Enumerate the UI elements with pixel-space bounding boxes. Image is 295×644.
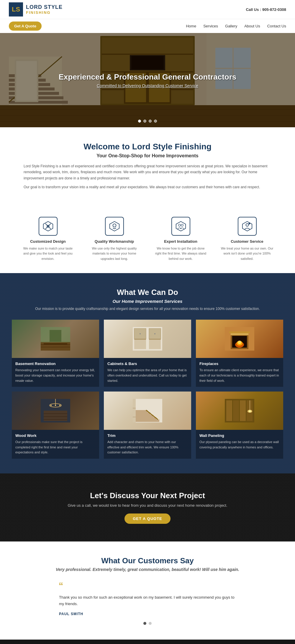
testimonial-author: PAUL SMITH: [59, 612, 236, 616]
service-fireplaces-title: Fireplaces: [199, 361, 280, 366]
svg-rect-50: [44, 343, 67, 344]
welcome-section: Welcome to Lord Style Finishing Your One…: [0, 127, 295, 205]
svg-line-40: [114, 228, 116, 229]
cta-section: Let's Discuss Your Next Project Give us …: [0, 473, 295, 541]
service-woodwork-body: Wood Work Our professionals make sure th…: [12, 430, 99, 459]
logo-initials: LS: [12, 6, 20, 13]
svg-point-46: [248, 223, 250, 224]
svg-rect-82: [136, 417, 156, 420]
service-wall-title: Wall Paneling: [199, 433, 280, 438]
service-cabinets-desc: We can help you optimize the area of you…: [107, 368, 188, 383]
top-bar: LS LORD STYLE FINISHING Call Us : 905-87…: [0, 0, 295, 19]
svg-point-78: [55, 405, 56, 406]
get-quote-button[interactable]: Get A Quote: [9, 22, 42, 31]
service-trim-desc: Add character and charm to your home wit…: [107, 440, 188, 455]
service-cabinets-title: Cabinets & Bars: [107, 361, 188, 366]
svg-rect-68: [231, 333, 248, 335]
service-img-trim: [104, 392, 191, 430]
svg-rect-88: [133, 408, 136, 409]
svg-point-38: [113, 224, 116, 227]
feature-title-2: Quality Workmanship: [87, 239, 142, 244]
feature-desc-4: We treat your home as our own. Our work …: [220, 246, 274, 262]
nav-contact[interactable]: Contact Us: [267, 24, 286, 28]
cta-button[interactable]: GET A QUOTE: [124, 513, 171, 524]
service-cabinets: Cabinets & Bars We can help you optimize…: [104, 320, 191, 387]
cta-heading: Let's Discuss Your Next Project: [12, 491, 283, 500]
customized-icon: [39, 217, 58, 236]
testimonials-heading: What Our Customers Say: [24, 556, 271, 565]
logo-box: LS: [9, 2, 23, 16]
svg-point-77: [50, 405, 52, 406]
service-basement: Basement Renovation Renovating your base…: [12, 320, 99, 387]
feature-customer: Customer Service We treat your home as o…: [217, 214, 277, 265]
feature-desc-3: We know how to get the job done right th…: [153, 246, 208, 262]
logo-area: LS LORD STYLE FINISHING: [9, 2, 63, 16]
svg-rect-47: [41, 342, 70, 351]
services-heading: What We Can Do: [12, 288, 283, 297]
svg-point-79: [59, 405, 60, 406]
svg-rect-89: [133, 417, 136, 417]
feature-quality: Quality Workmanship We use only the high…: [84, 214, 145, 265]
service-basement-body: Basement Renovation Renovating your base…: [12, 358, 99, 387]
service-cabinets-body: Cabinets & Bars We can help you optimize…: [104, 358, 191, 387]
feature-customized: Customized Design We make sure to match …: [18, 214, 78, 265]
call-banner: Call to know how we can improve the look…: [0, 640, 295, 644]
phone-number: 905-872-0308: [262, 7, 286, 12]
svg-rect-87: [133, 399, 136, 422]
testimonial-text: Thank you so much for such an exceptiona…: [59, 594, 236, 607]
service-basement-title: Basement Renovation: [15, 361, 96, 366]
svg-rect-92: [226, 400, 232, 421]
service-woodwork-title: Wood Work: [15, 433, 96, 438]
svg-marker-37: [109, 221, 119, 231]
feature-expert: Expert Installation We know how to get t…: [150, 214, 211, 265]
service-img-woodwork: [12, 392, 99, 430]
testimonials-section: What Our Customers Say Very professional…: [0, 541, 295, 640]
feature-title-4: Customer Service: [220, 239, 274, 244]
svg-rect-93: [233, 400, 239, 421]
welcome-heading: Welcome to Lord Style Finishing: [24, 142, 271, 151]
hero-text: Experienced & Professional General Contr…: [59, 72, 237, 88]
service-woodwork-desc: Our professionals make sure that the pro…: [15, 440, 96, 455]
t-dot-1[interactable]: [143, 622, 146, 625]
service-img-wall: [196, 392, 283, 430]
feature-title-1: Customized Design: [21, 239, 75, 244]
hero-subheading: Committed to Delivering Outstanding Cust…: [59, 83, 237, 88]
services-intro: Our mission is to provide quality crafts…: [12, 307, 283, 311]
nav-home[interactable]: Home: [186, 24, 196, 28]
hero-dot-1[interactable]: [138, 120, 141, 123]
service-fireplaces-desc: To ensure an ultimate client experience,…: [199, 368, 280, 383]
feature-title-3: Expert Installation: [153, 239, 208, 244]
hero-dots: [138, 120, 157, 123]
service-trim: Trim Add character and charm to your hom…: [104, 392, 191, 459]
nav-gallery[interactable]: Gallery: [225, 24, 237, 28]
welcome-para2: Our goal is to transform your vision int…: [24, 184, 271, 190]
service-woodwork: Wood Work Our professionals make sure th…: [12, 392, 99, 459]
service-img-cabinets: [104, 320, 191, 358]
expert-icon: [171, 217, 190, 236]
feature-desc-1: We make sure to match your taste and giv…: [21, 246, 75, 262]
svg-rect-49: [50, 330, 61, 342]
hero-dot-4[interactable]: [154, 120, 157, 123]
welcome-subheading: Your One-Stop-Shop for Home Improvements: [24, 153, 271, 158]
customer-icon: [238, 217, 257, 236]
t-dot-2[interactable]: [149, 622, 152, 625]
svg-point-43: [181, 224, 183, 226]
service-img-fireplaces: [196, 320, 283, 358]
hero-dot-3[interactable]: [149, 120, 152, 123]
nav-about[interactable]: About Us: [244, 24, 260, 28]
svg-line-39: [113, 228, 114, 229]
features-grid: Customized Design We make sure to match …: [0, 205, 295, 273]
service-trim-body: Trim Add character and charm to your hom…: [104, 430, 191, 459]
nav-links: Home Services Gallery About Us Contact U…: [186, 24, 286, 28]
call-label: Call Us :: [246, 7, 261, 12]
svg-point-67: [238, 341, 241, 344]
nav-services[interactable]: Services: [203, 24, 218, 28]
svg-point-42: [178, 224, 180, 226]
svg-point-45: [246, 224, 248, 226]
svg-rect-69: [229, 331, 250, 333]
service-img-basement: [12, 320, 99, 358]
service-fireplaces-body: Fireplaces To ensure an ultimate client …: [196, 358, 283, 387]
call-us: Call Us : 905-872-0308: [246, 7, 286, 12]
svg-rect-85: [136, 410, 148, 412]
hero-dot-2[interactable]: [143, 120, 146, 123]
